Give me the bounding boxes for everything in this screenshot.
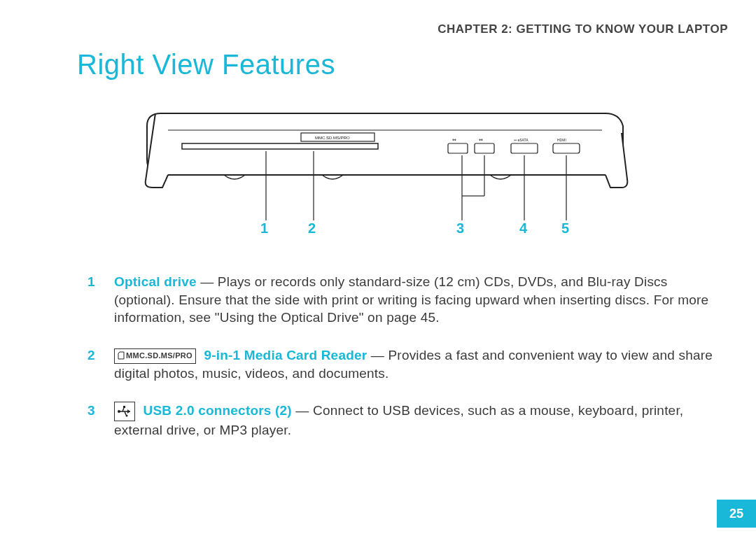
feature-name-usb-connectors: USB 2.0 connectors (2): [143, 403, 291, 418]
callout-4: 4: [519, 220, 527, 237]
feature-item-1: 1 Optical drive — Plays or records only …: [88, 273, 714, 327]
callout-3: 3: [456, 220, 464, 237]
svg-rect-1: [182, 143, 378, 149]
svg-rect-4: [475, 143, 494, 153]
feature-num-3: 3: [88, 402, 114, 439]
svg-rect-3: [448, 143, 468, 153]
svg-point-21: [126, 415, 128, 417]
page-number: 25: [717, 500, 756, 528]
svg-rect-9: [553, 143, 580, 153]
feature-body-2: MMC.SD.MS/PRO 9-in-1 Media Card Reader —…: [114, 346, 714, 382]
diagram-mmc-label: MMC.SD.MS/PRO: [315, 136, 350, 140]
feature-desc-1: — Plays or records only standard-size (1…: [114, 274, 708, 325]
svg-rect-7: [511, 143, 538, 153]
feature-body-3: USB 2.0 connectors (2) — Connect to USB …: [114, 402, 714, 439]
feature-name-optical-drive: Optical drive: [114, 274, 197, 289]
mmc-card-icon: MMC.SD.MS/PRO: [114, 348, 196, 364]
callout-1: 1: [260, 220, 268, 237]
laptop-right-view-diagram: MMC.SD.MS/PRO ⇔ ⇔ ⇔ eSATA HDMI: [140, 105, 630, 245]
page-title: Right View Features: [77, 49, 335, 80]
usb-icon: [114, 402, 135, 421]
callout-2: 2: [308, 220, 316, 237]
callout-5: 5: [561, 220, 569, 237]
svg-rect-20: [123, 406, 125, 408]
chapter-header: CHAPTER 2: GETTING TO KNOW YOUR LAPTOP: [438, 22, 728, 36]
feature-num-2: 2: [88, 346, 114, 382]
feature-item-2: 2 MMC.SD.MS/PRO 9-in-1 Media Card Reader…: [88, 346, 714, 382]
feature-num-1: 1: [88, 273, 114, 327]
svg-text:⇔: ⇔: [479, 137, 483, 142]
feature-list: 1 Optical drive — Plays or records only …: [88, 273, 714, 459]
svg-text:⇔ eSATA: ⇔ eSATA: [514, 138, 528, 142]
feature-name-media-card-reader: 9-in-1 Media Card Reader: [204, 348, 367, 362]
feature-body-1: Optical drive — Plays or records only st…: [114, 273, 714, 327]
svg-text:⇔: ⇔: [452, 137, 456, 142]
svg-text:HDMI: HDMI: [557, 138, 566, 142]
feature-item-3: 3 USB 2.0 connectors (2) — Connect to US…: [88, 402, 714, 439]
laptop-diagram-svg: MMC.SD.MS/PRO ⇔ ⇔ ⇔ eSATA HDMI: [140, 105, 630, 245]
